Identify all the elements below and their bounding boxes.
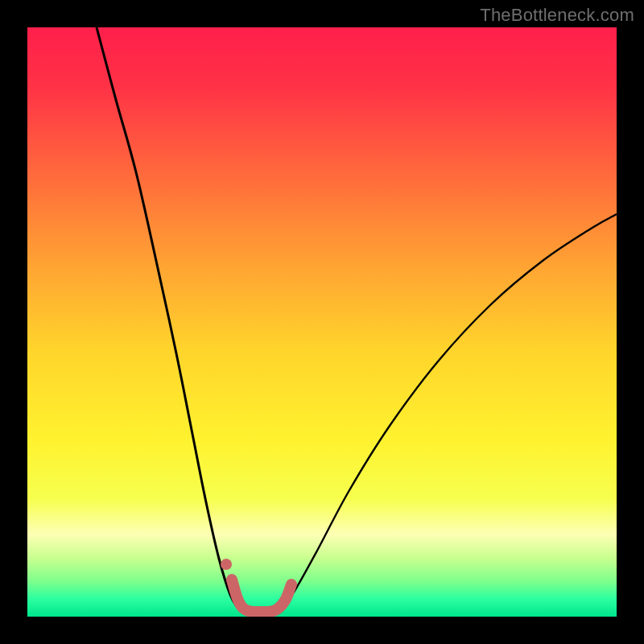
- marker-dot: [221, 559, 232, 570]
- watermark-text: TheBottleneck.com: [480, 5, 634, 26]
- chart-frame: TheBottleneck.com: [0, 0, 644, 644]
- plot-area: [27, 27, 617, 617]
- chart-svg: [27, 27, 617, 617]
- gradient-background: [27, 27, 617, 617]
